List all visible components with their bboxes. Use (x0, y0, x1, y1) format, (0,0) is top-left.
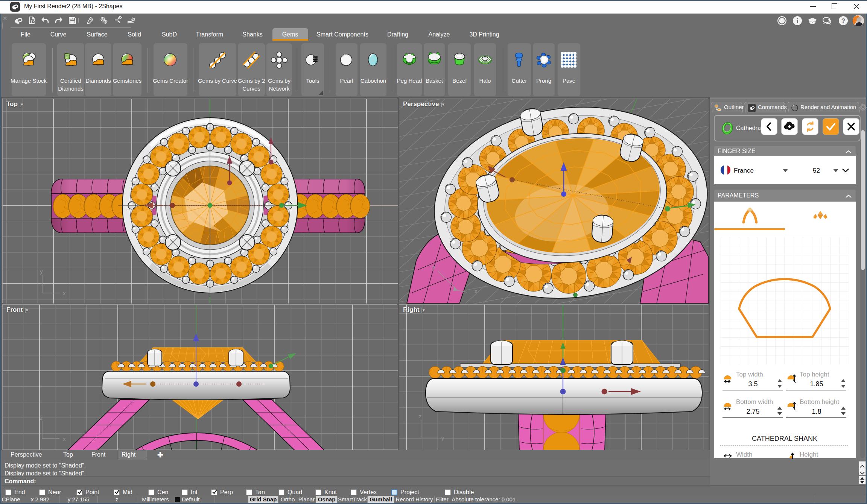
svg-text:x: x (63, 290, 66, 296)
svg-text:x: x (475, 288, 478, 294)
svg-text:z: z (419, 413, 422, 419)
svg-text:z: z (40, 414, 43, 421)
svg-text:y: y (432, 264, 435, 270)
svg-text:?: ? (841, 17, 845, 24)
svg-text:x: x (63, 436, 66, 442)
svg-text:y: y (441, 435, 444, 441)
svg-text:y: y (40, 268, 43, 275)
